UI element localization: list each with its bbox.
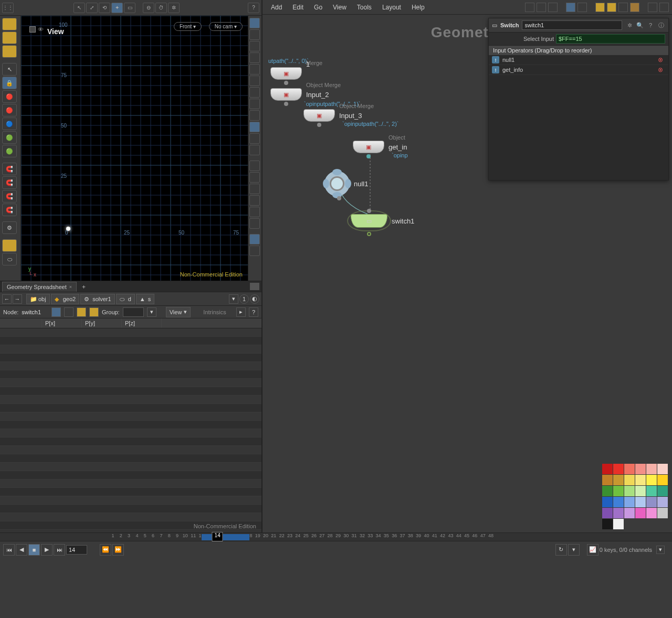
path-opt1-icon[interactable]: 1 — [239, 294, 249, 304]
magnet-tool-2[interactable]: 🧲 — [2, 176, 17, 189]
param-help-icon[interactable]: ? — [646, 21, 655, 29]
rshelf-dir-icon[interactable] — [249, 207, 260, 217]
table-row[interactable] — [0, 354, 261, 362]
anim-editor-icon[interactable]: 📈 — [587, 544, 598, 556]
shelf-tool-1[interactable] — [2, 18, 17, 30]
table-row[interactable] — [0, 404, 261, 412]
tool-icon-5[interactable]: ▭ — [124, 3, 135, 13]
mode-pts-icon[interactable] — [51, 307, 61, 317]
rshelf-pen-icon[interactable] — [249, 184, 260, 194]
table-row[interactable] — [0, 362, 261, 370]
palette-swatch[interactable] — [602, 508, 613, 518]
node-get-in[interactable]: Object ▣ get_in `opinp — [353, 141, 384, 153]
input-op-item[interactable]: ↕ null1 ⊗ — [489, 55, 668, 65]
home-icon[interactable] — [659, 3, 669, 12]
add-tab-button[interactable]: ＋ — [79, 282, 88, 291]
shelf-tool-a[interactable]: 🔴 — [2, 90, 17, 103]
rshelf-9[interactable] — [249, 145, 260, 155]
palette-swatch[interactable] — [657, 497, 668, 507]
spreadsheet-table[interactable]: P[x] P[y] P[z] Non-Commercial Edition — [0, 318, 261, 532]
channel-menu-icon[interactable]: ▾ — [656, 546, 665, 554]
path-geo2[interactable]: ◆geo2 — [51, 294, 79, 304]
comment-icon[interactable] — [607, 3, 616, 12]
help-icon[interactable]: ? — [248, 3, 259, 13]
viewport-canvas[interactable]: 👁 View Front ▾ No cam ▾ 0 25 50 75 25 50… — [21, 16, 248, 281]
table-row[interactable] — [0, 438, 261, 446]
palette-swatch[interactable] — [624, 475, 635, 485]
rshelf-11[interactable] — [249, 246, 260, 256]
reorder-icon[interactable]: ↕ — [492, 66, 499, 73]
view-dropdown[interactable]: View ▾ — [166, 307, 191, 317]
shelf-tool-c[interactable]: 🔵 — [2, 118, 17, 130]
step-back-button[interactable]: ⏪ — [100, 544, 111, 556]
node-merge-1[interactable]: Merge ▣ 1 utpath("../..", 0)` — [270, 67, 302, 80]
mode-detail-icon[interactable] — [89, 307, 99, 317]
param-name-input[interactable] — [522, 20, 622, 30]
tab-geometry-spreadsheet[interactable]: Geometry Spreadsheet× — [2, 282, 77, 292]
table-row[interactable] — [0, 396, 261, 404]
palette-swatch[interactable] — [602, 497, 613, 507]
table-row[interactable] — [0, 421, 261, 429]
palette-swatch[interactable] — [624, 508, 635, 518]
palette-swatch[interactable] — [657, 464, 668, 474]
palette-swatch[interactable] — [602, 464, 613, 474]
table-row[interactable] — [0, 454, 261, 463]
note-icon[interactable] — [595, 3, 605, 12]
palette-swatch[interactable] — [635, 464, 646, 474]
table-icon[interactable] — [578, 3, 587, 12]
table-row[interactable] — [0, 471, 261, 480]
tool-icon-4[interactable]: ✦ — [111, 3, 123, 13]
rshelf-bulb2-icon[interactable] — [249, 99, 260, 109]
table-row[interactable] — [0, 480, 261, 488]
palette-swatch[interactable] — [624, 464, 635, 474]
table-row[interactable] — [0, 370, 261, 379]
path-d[interactable]: ⬭d — [116, 294, 135, 304]
palette-swatch[interactable] — [624, 497, 635, 507]
camera-front-dropdown[interactable]: Front ▾ — [174, 22, 202, 31]
realtime-icon[interactable]: ▾ — [568, 544, 580, 556]
rshelf-bulb-icon[interactable] — [249, 87, 260, 98]
step-fwd-button[interactable]: ⏩ — [112, 544, 124, 556]
play-icon[interactable]: ▸ — [236, 307, 246, 317]
palette-swatch[interactable] — [635, 508, 646, 518]
shelf-tool-2[interactable] — [2, 31, 17, 44]
node-input-2[interactable]: Object Merge ▣ Input_2 `opinputpath("../… — [270, 88, 302, 101]
wrench-icon[interactable] — [525, 3, 534, 12]
tool-icon-8[interactable]: ✲ — [168, 3, 180, 13]
col-pz[interactable]: P[z] — [122, 318, 162, 328]
rshelf-3[interactable] — [249, 41, 260, 51]
palette-swatch[interactable] — [613, 508, 624, 518]
mode-verts-icon[interactable] — [64, 307, 74, 317]
palette-swatch[interactable] — [613, 475, 624, 485]
palette-swatch[interactable] — [613, 519, 624, 529]
palette-swatch[interactable] — [602, 486, 613, 496]
prev-frame-button[interactable]: ◀ — [16, 544, 27, 556]
rshelf-frame-icon[interactable] — [249, 218, 260, 229]
palette-swatch[interactable] — [646, 464, 657, 474]
timeline-ruler[interactable]: 1234567891011121314151617181920212223242… — [0, 533, 672, 541]
fwd-icon[interactable]: → — [13, 294, 22, 304]
param-search-icon[interactable]: 🔍 — [636, 21, 644, 29]
path-dropdown-icon[interactable]: ▾ — [229, 294, 238, 304]
node-input-3[interactable]: Object Merge ▣ Input_3 `opinputpath("../… — [303, 109, 335, 122]
table-row[interactable] — [0, 345, 261, 354]
rshelf-10[interactable] — [249, 234, 260, 244]
palette-swatch[interactable] — [646, 508, 657, 518]
shelf-tool-b[interactable]: 🔴 — [2, 104, 17, 116]
tool-icon-3[interactable]: ⟲ — [99, 3, 110, 13]
input-op-item[interactable]: ↕ get_info ⊗ — [489, 65, 668, 75]
folder-icon[interactable] — [630, 3, 639, 12]
tool-icon-7[interactable]: ⏱ — [155, 3, 167, 13]
menu-view[interactable]: View — [328, 2, 352, 13]
menu-add[interactable]: Add — [266, 2, 287, 13]
table-row[interactable] — [0, 379, 261, 387]
table-row[interactable] — [0, 496, 261, 505]
palette-swatch[interactable] — [602, 519, 613, 529]
rshelf-12-icon[interactable] — [249, 195, 260, 206]
pin-icon[interactable] — [250, 283, 259, 290]
path-solver1[interactable]: ⚙solver1 — [80, 294, 114, 304]
param-info-icon[interactable]: ⓘ — [657, 21, 665, 29]
stop-button[interactable]: ■ — [28, 544, 40, 556]
palette-swatch[interactable] — [646, 486, 657, 496]
path-obj[interactable]: 📁obj — [26, 294, 50, 304]
